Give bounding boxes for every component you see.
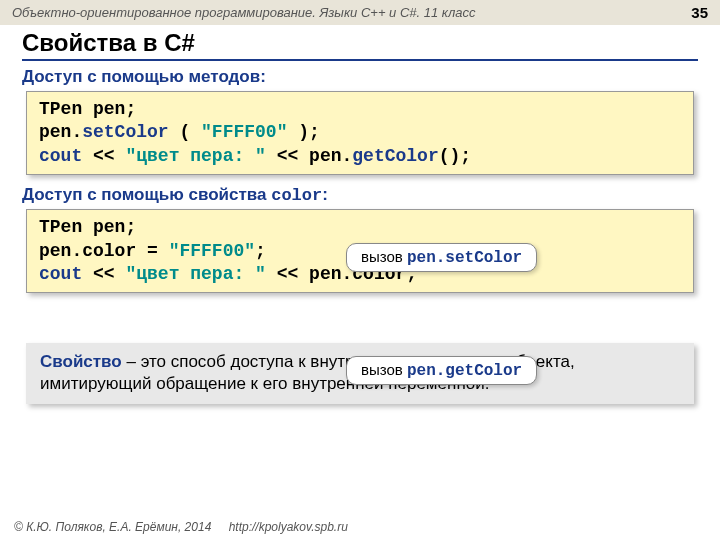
code-string: "цвет пера: " bbox=[125, 264, 265, 284]
code-text: pen. bbox=[39, 122, 82, 142]
code-text: ( bbox=[169, 122, 201, 142]
header-strip: Объектно-ориентированное программировани… bbox=[0, 0, 720, 25]
callout-getcolor: вызов pen.getColor bbox=[346, 356, 537, 385]
page-title: Свойства в C# bbox=[22, 29, 698, 61]
code-string: "цвет пера: " bbox=[125, 146, 265, 166]
code-text: TPen pen; bbox=[39, 217, 136, 237]
callout-setcolor: вызов pen.setColor bbox=[346, 243, 537, 272]
definition-term: Свойство bbox=[40, 352, 122, 371]
heading-text: : bbox=[322, 185, 328, 204]
code-block-methods: TPen pen; pen.setColor ( "FFFF00" ); cou… bbox=[26, 91, 694, 175]
code-text: << pen. bbox=[266, 146, 352, 166]
code-text: ; bbox=[255, 241, 266, 261]
code-keyword: cout bbox=[39, 146, 82, 166]
code-keyword: getColor bbox=[352, 146, 438, 166]
copyright: © К.Ю. Поляков, Е.А. Ерёмин, 2014 bbox=[14, 520, 211, 534]
code-text: << bbox=[82, 146, 125, 166]
footer-url: http://kpolyakov.spb.ru bbox=[229, 520, 348, 534]
course-label: Объектно-ориентированное программировани… bbox=[12, 5, 476, 20]
code-text: (); bbox=[439, 146, 471, 166]
section1-heading: Доступ с помощью методов: bbox=[22, 67, 698, 87]
section2-heading: Доступ с помощью свойства color: bbox=[22, 185, 698, 205]
heading-text: Доступ с помощью свойства bbox=[22, 185, 271, 204]
code-text: << bbox=[82, 264, 125, 284]
page-number: 35 bbox=[691, 4, 708, 21]
content-area: Свойства в C# Доступ с помощью методов: … bbox=[0, 25, 720, 404]
callout-code: pen.setColor bbox=[407, 249, 522, 267]
code-text: ); bbox=[287, 122, 319, 142]
code-string: "FFFF00" bbox=[201, 122, 287, 142]
code-keyword: setColor bbox=[82, 122, 168, 142]
code-keyword: cout bbox=[39, 264, 82, 284]
footer: © К.Ю. Поляков, Е.А. Ерёмин, 2014 http:/… bbox=[14, 520, 348, 534]
code-text: TPen pen; bbox=[39, 99, 136, 119]
callout-label: вызов bbox=[361, 248, 407, 265]
code-string: "FFFF00" bbox=[169, 241, 255, 261]
heading-code: color bbox=[271, 186, 322, 205]
code-text: pen.color = bbox=[39, 241, 169, 261]
callout-label: вызов bbox=[361, 361, 407, 378]
callout-code: pen.getColor bbox=[407, 362, 522, 380]
